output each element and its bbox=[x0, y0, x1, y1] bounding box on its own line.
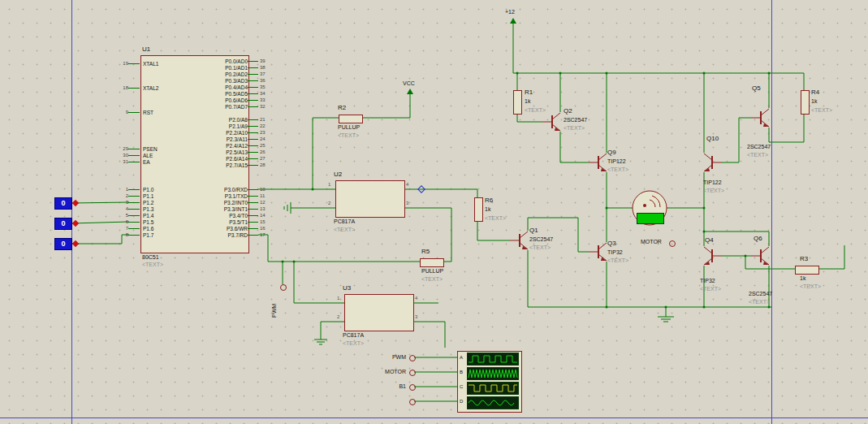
pin-number: 15 bbox=[260, 219, 266, 224]
u1-pin-right[interactable]: P3.4/T0 14 bbox=[155, 212, 266, 218]
logic-state-input[interactable]: 0 bbox=[54, 238, 72, 250]
logic-state-input[interactable]: 0 bbox=[54, 218, 72, 230]
plus12-label: +12 bbox=[505, 8, 515, 15]
u1-pin-right[interactable]: P0.1/AD1 38 bbox=[155, 64, 266, 71]
u1-pin-right[interactable]: P2.7/A15 28 bbox=[155, 162, 266, 168]
pwm-terminal[interactable] bbox=[280, 284, 287, 291]
u1-pin-left[interactable]: 3 P1.2 bbox=[119, 199, 153, 206]
u1-pin-right[interactable]: P2.0/A8 21 bbox=[155, 116, 266, 123]
pin-stub bbox=[248, 158, 258, 159]
pin-name: P1.2 bbox=[143, 200, 153, 206]
u2-pin2: 2 bbox=[328, 201, 330, 206]
u1-pin-right[interactable]: P0.0/AD0 39 bbox=[155, 58, 266, 64]
resistor-r2[interactable] bbox=[339, 115, 363, 123]
resistor-r3[interactable] bbox=[795, 266, 819, 275]
pin-name: P0.4/AD4 bbox=[155, 84, 248, 90]
u1-pin-right[interactable]: P3.1/TXD 11 bbox=[155, 193, 265, 199]
resistor-r4[interactable] bbox=[801, 90, 810, 115]
u1-pin-right[interactable]: P0.5/AD5 34 bbox=[155, 90, 266, 97]
u1-pin-left[interactable]: 31 EA bbox=[119, 158, 150, 165]
u1-pin-right[interactable]: P3.2/INT0 12 bbox=[155, 199, 266, 206]
ground-icon-u2[interactable] bbox=[284, 202, 294, 214]
logic-state-input[interactable]: 0 bbox=[54, 197, 72, 210]
pin-name: P3.7/RD bbox=[155, 232, 248, 238]
u1-pin-right[interactable]: P2.1/A9 22 bbox=[155, 123, 266, 129]
vcc-power-icon[interactable] bbox=[407, 89, 413, 94]
u2-pin4: 4 bbox=[406, 182, 408, 187]
pin-name: ALE bbox=[143, 153, 153, 158]
ground-icon-u3[interactable] bbox=[314, 340, 327, 344]
transistor-q5-symbol[interactable] bbox=[751, 109, 769, 127]
u1-pin-right[interactable]: P0.6/AD6 33 bbox=[155, 97, 266, 103]
u1-pin-left[interactable]: 2 P1.1 bbox=[119, 193, 153, 199]
motor-terminal[interactable] bbox=[669, 240, 676, 247]
scope-trace-c bbox=[467, 382, 519, 395]
pin-name: P2.7/A15 bbox=[155, 162, 248, 168]
pin-name: P3.0/RXD bbox=[155, 187, 248, 193]
u1-pin-right[interactable]: P3.7/RD 17 bbox=[155, 231, 266, 238]
q2-note: <TEXT> bbox=[564, 124, 585, 132]
u1-pin-right[interactable]: P0.7/AD7 32 bbox=[155, 103, 266, 110]
transistor-q3-symbol[interactable] bbox=[589, 243, 607, 261]
u1-pin-left[interactable]: 7 P1.6 bbox=[119, 225, 153, 231]
q10-note: <TEXT> bbox=[703, 187, 724, 194]
component-u2-body[interactable] bbox=[335, 180, 405, 218]
u1-pin-right[interactable]: P0.4/AD4 35 bbox=[155, 84, 266, 90]
component-u3-body[interactable] bbox=[344, 294, 414, 331]
resistor-r1[interactable] bbox=[513, 90, 522, 115]
scope-terminal-c[interactable] bbox=[409, 384, 416, 391]
u1-pin-right[interactable]: P3.3/INT1 13 bbox=[155, 206, 266, 212]
transistor-q4-symbol[interactable] bbox=[704, 247, 722, 265]
u1-pin-left[interactable]: 30 ALE bbox=[119, 152, 153, 158]
pin-name: P2.0/A8 bbox=[155, 117, 248, 123]
pin-name: P1.6 bbox=[143, 226, 153, 231]
u1-pin-left[interactable]: 18 XTAL2 bbox=[119, 84, 158, 91]
pin-stub bbox=[248, 228, 258, 229]
q6-part: 2SC2547 bbox=[749, 290, 772, 297]
resistor-r6[interactable] bbox=[474, 197, 483, 222]
pin-number: 33 bbox=[260, 97, 266, 102]
u1-pin-left[interactable]: 6 P1.5 bbox=[119, 218, 153, 225]
pin-number: 35 bbox=[260, 84, 266, 89]
scope-terminal-d[interactable] bbox=[409, 399, 416, 405]
transistor-q10-symbol[interactable] bbox=[704, 154, 722, 171]
u1-pin-right[interactable]: P2.4/A12 25 bbox=[155, 142, 266, 149]
transistor-q9-symbol[interactable] bbox=[589, 154, 607, 171]
u1-pin-left[interactable]: 1 P1.0 bbox=[119, 186, 153, 193]
u1-pin-right[interactable]: P3.0/RXD 10 bbox=[155, 186, 266, 193]
pin-stub bbox=[248, 67, 258, 68]
scope-terminal-b[interactable] bbox=[409, 370, 416, 376]
u1-pin-left[interactable]: 29 PSEN bbox=[119, 145, 158, 152]
u1-pin-right[interactable]: P3.5/T1 15 bbox=[155, 218, 266, 225]
u1-pin-right[interactable]: P0.3/AD3 36 bbox=[155, 77, 266, 84]
ground-icon-bridge[interactable] bbox=[658, 317, 674, 322]
q3-ref: Q3 bbox=[607, 240, 616, 247]
u1-pin-right[interactable]: P2.3/A11 24 bbox=[155, 136, 266, 142]
u1-pin-left[interactable]: 19 XTAL1 bbox=[119, 60, 158, 67]
q3-note: <TEXT> bbox=[607, 257, 628, 264]
u1-pin-right[interactable]: P0.2/AD2 37 bbox=[155, 71, 266, 77]
u1-pin-right[interactable]: P3.6/WR 16 bbox=[155, 225, 266, 231]
pin-stub bbox=[128, 235, 140, 236]
u1-pin-left[interactable]: 4 P1.3 bbox=[119, 206, 153, 212]
scope-trace-b bbox=[467, 367, 519, 380]
transistor-q1-symbol[interactable] bbox=[510, 231, 528, 249]
pin-number: 25 bbox=[260, 143, 266, 148]
r6-ref: R6 bbox=[485, 197, 493, 204]
scope-channel-a-letter: A bbox=[460, 355, 463, 360]
pin-name: P2.2/A10 bbox=[155, 130, 248, 136]
resistor-r5[interactable] bbox=[420, 258, 444, 267]
u1-pin-left[interactable]: 8 P1.7 bbox=[119, 231, 153, 238]
u1-pin-right[interactable]: P2.2/A10 23 bbox=[155, 129, 266, 136]
transistor-q6-symbol[interactable] bbox=[751, 247, 769, 265]
plus12-power-icon[interactable] bbox=[510, 18, 516, 24]
u1-pin-left[interactable]: 5 P1.4 bbox=[119, 212, 153, 218]
q5-ref: Q5 bbox=[752, 84, 761, 92]
pwm-terminal-label: PWM bbox=[271, 304, 277, 318]
scope-input-a-net: PWM bbox=[367, 354, 406, 360]
transistor-q2-symbol[interactable] bbox=[542, 113, 560, 131]
u1-pin-right[interactable]: P2.6/A14 27 bbox=[155, 155, 266, 162]
scope-terminal-a[interactable] bbox=[409, 355, 416, 361]
u1-pin-right[interactable]: P2.5/A13 26 bbox=[155, 149, 266, 155]
u1-pin-left[interactable]: 9 RST bbox=[119, 109, 153, 115]
